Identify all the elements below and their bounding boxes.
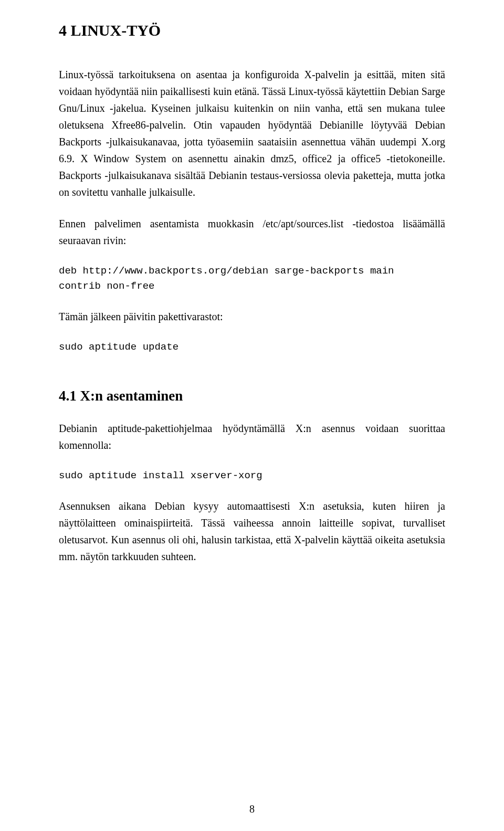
paragraph-update-repos: Tämän jälkeen päivitin pakettivarastot: — [59, 308, 445, 325]
subsection-heading: 4.1 X:n asentaminen — [59, 387, 445, 404]
paragraph-sources-edit: Ennen palvelimen asentamista muokkasin /… — [59, 215, 445, 249]
code-block-sources-list: deb http://www.backports.org/debian sarg… — [59, 264, 445, 293]
page-number: 8 — [0, 803, 504, 815]
paragraph-intro: Linux-työssä tarkoituksena on asentaa ja… — [59, 66, 445, 201]
paragraph-install-details: Asennuksen aikana Debian kysyy automaatt… — [59, 498, 445, 565]
document-page: 4 LINUX-TYÖ Linux-työssä tarkoituksena o… — [0, 0, 504, 831]
paragraph-install-intro: Debianin aptitude-pakettiohjelmaa hyödyn… — [59, 420, 445, 454]
section-heading: 4 LINUX-TYÖ — [59, 21, 445, 40]
code-block-aptitude-update: sudo aptitude update — [59, 340, 445, 355]
code-block-install-xorg: sudo aptitude install xserver-xorg — [59, 468, 445, 483]
